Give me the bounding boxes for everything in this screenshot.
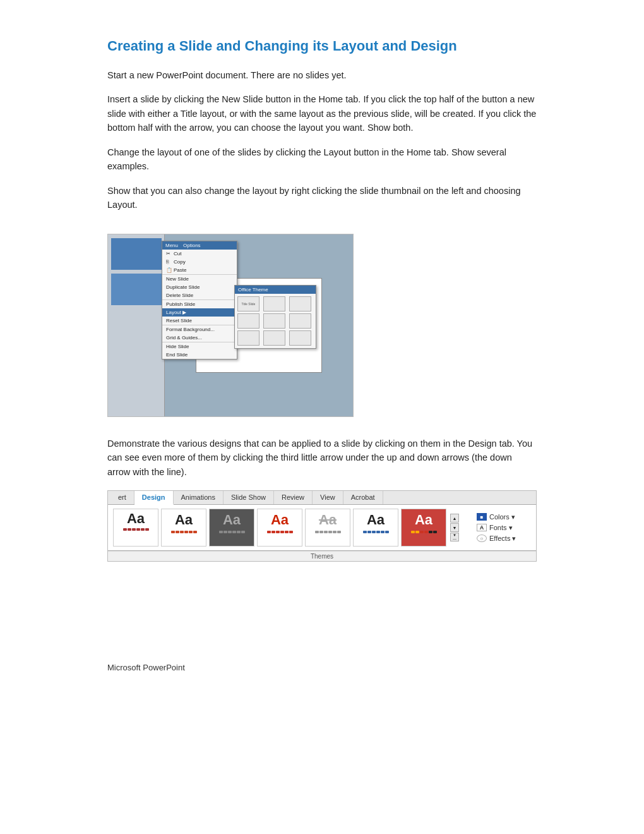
colors-label: Colors ▾	[489, 513, 515, 521]
colors-button[interactable]: ■ Colors ▾	[474, 512, 531, 522]
menu-item-copy[interactable]: ⎘ Copy	[162, 258, 237, 266]
layout-blank[interactable]	[237, 330, 259, 346]
theme-item-5[interactable]: Aa	[305, 509, 350, 547]
scroll-up-arrow[interactable]: ▲	[450, 514, 459, 523]
tab-insert[interactable]: ert	[110, 491, 134, 504]
menu-item-cut[interactable]: ✂ Cut	[162, 250, 237, 258]
fonts-icon: A	[477, 524, 487, 531]
layout-section-header[interactable]	[289, 296, 311, 311]
layout-picture[interactable]	[289, 330, 311, 346]
scroll-arrows: ▲ ▼ ▼—	[450, 514, 459, 541]
ribbon-content: Aa Aa	[108, 505, 536, 551]
menu-item-paste[interactable]: 📋 Paste	[162, 266, 237, 274]
menu-item-reset[interactable]: Reset Slide	[162, 317, 237, 325]
tab-view[interactable]: View	[313, 491, 343, 504]
tab-review[interactable]: Review	[274, 491, 313, 504]
menu-item-grid[interactable]: Grid & Guides...	[162, 334, 237, 342]
layout-title-only[interactable]	[289, 313, 311, 329]
slide-thumbnail	[111, 274, 162, 305]
theme-item-4[interactable]: Aa	[257, 509, 302, 547]
menu-item-publish[interactable]: Publish Slide	[162, 299, 237, 308]
layout-comparison[interactable]	[263, 313, 285, 329]
ppt-slide-panel	[108, 234, 165, 416]
tab-design[interactable]: Design	[134, 491, 174, 505]
page-title: Creating a Slide and Changing its Layout…	[107, 38, 537, 54]
theme-item-3[interactable]: Aa	[209, 509, 254, 547]
footer: Microsoft PowerPoint	[107, 638, 537, 672]
ribbon-right-panel: ■ Colors ▾ A Fonts ▾ ○ Effects ▾	[474, 512, 531, 543]
tab-acrobat[interactable]: Acrobat	[343, 491, 383, 504]
effects-icon: ○	[477, 535, 487, 542]
paragraph-3: Change the layout of one of the slides b…	[107, 145, 537, 174]
effects-label: Effects ▾	[489, 535, 516, 543]
layout-grid: Title Slide	[235, 294, 316, 348]
fonts-label: Fonts ▾	[489, 524, 513, 532]
menu-item-delete[interactable]: Delete Slide	[162, 291, 237, 299]
paragraph-2: Insert a slide by clicking the New Slide…	[107, 92, 537, 135]
layout-title-slide[interactable]: Title Slide	[237, 296, 259, 311]
footer-text: Microsoft PowerPoint	[107, 663, 185, 672]
theme-item-1[interactable]: Aa	[113, 509, 158, 547]
paragraph-5: Demonstrate the various designs that can…	[107, 437, 537, 479]
layout-title-content[interactable]	[263, 296, 285, 311]
themes-section-label: Themes	[108, 551, 536, 561]
menu-item-new-slide[interactable]: New Slide	[162, 274, 237, 283]
layout-panel-header: Office Theme	[235, 286, 316, 294]
layout-panel: Office Theme Title Slide	[234, 285, 316, 349]
menu-item-duplicate[interactable]: Duplicate Slide	[162, 283, 237, 291]
ppt-background: Menu Options ✂ Cut ⎘ Copy 📋 Paste New Sl…	[108, 234, 353, 416]
layout-caption[interactable]	[263, 330, 285, 346]
tab-slideshow[interactable]: Slide Show	[224, 491, 274, 504]
design-tab-screenshot: ert Design Animations Slide Show Review …	[107, 490, 537, 562]
theme-item-6[interactable]: Aa	[353, 509, 398, 547]
theme-item-7[interactable]: Aa	[401, 509, 446, 547]
ppt-context-menu-screenshot: Menu Options ✂ Cut ⎘ Copy 📋 Paste New Sl…	[107, 234, 354, 417]
layout-two-content[interactable]	[237, 313, 259, 329]
menu-item-hide[interactable]: Hide Slide	[162, 342, 237, 351]
menu-item-layout[interactable]: Layout ▶	[162, 308, 237, 317]
page: Creating a Slide and Changing its Layout…	[63, 0, 581, 834]
tab-animations[interactable]: Animations	[174, 491, 224, 504]
effects-button[interactable]: ○ Effects ▾	[474, 534, 531, 543]
fonts-button[interactable]: A Fonts ▾	[474, 523, 531, 533]
scroll-down-arrow[interactable]: ▼	[450, 523, 459, 532]
ribbon-tabs: ert Design Animations Slide Show Review …	[108, 491, 536, 505]
context-menu: Menu Options ✂ Cut ⎘ Copy 📋 Paste New Sl…	[162, 241, 237, 360]
context-menu-header: Menu Options	[162, 241, 237, 250]
menu-item-format-bg[interactable]: Format Background...	[162, 325, 237, 334]
slide-thumbnail	[111, 238, 162, 270]
colors-icon: ■	[477, 513, 487, 521]
paragraph-1: Start a new PowerPoint document. There a…	[107, 68, 537, 82]
scroll-more-arrow[interactable]: ▼—	[450, 533, 459, 541]
theme-item-2[interactable]: Aa	[161, 509, 206, 547]
menu-item-end[interactable]: End Slide	[162, 351, 237, 359]
paragraph-4: Show that you can also change the layout…	[107, 184, 537, 212]
